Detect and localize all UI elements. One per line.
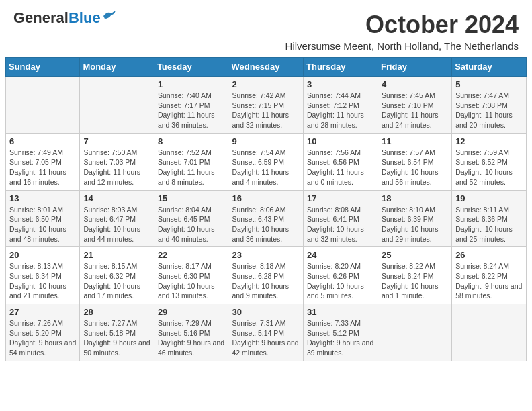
month-title: October 2024: [285, 11, 519, 39]
logo: GeneralBlue: [13, 11, 117, 26]
day-number: 4: [382, 79, 448, 89]
calendar-cell: [378, 304, 451, 361]
day-info: Sunrise: 8:06 AM Sunset: 6:43 PM Dayligh…: [232, 205, 300, 244]
day-info: Sunrise: 7:31 AM Sunset: 5:14 PM Dayligh…: [232, 318, 300, 358]
calendar-cell: 26Sunrise: 8:24 AM Sunset: 6:22 PM Dayli…: [452, 247, 527, 304]
calendar-cell: 31Sunrise: 7:33 AM Sunset: 5:12 PM Dayli…: [304, 304, 378, 361]
day-info: Sunrise: 8:18 AM Sunset: 6:28 PM Dayligh…: [232, 261, 300, 301]
day-number: 28: [83, 307, 150, 317]
day-info: Sunrise: 7:50 AM Sunset: 7:03 PM Dayligh…: [83, 148, 150, 187]
day-info: Sunrise: 8:15 AM Sunset: 6:32 PM Dayligh…: [83, 261, 150, 301]
calendar-cell: 16Sunrise: 8:06 AM Sunset: 6:43 PM Dayli…: [228, 190, 304, 247]
calendar-cell: 22Sunrise: 8:17 AM Sunset: 6:30 PM Dayli…: [154, 247, 228, 304]
day-number: 1: [158, 79, 225, 89]
calendar-cell: 18Sunrise: 8:10 AM Sunset: 6:39 PM Dayli…: [378, 190, 451, 247]
day-number: 31: [307, 307, 374, 317]
calendar-cell: 3Sunrise: 7:44 AM Sunset: 7:12 PM Daylig…: [304, 77, 378, 134]
day-info: Sunrise: 8:10 AM Sunset: 6:39 PM Dayligh…: [382, 205, 448, 244]
day-number: 23: [232, 250, 300, 260]
calendar-cell: 29Sunrise: 7:29 AM Sunset: 5:16 PM Dayli…: [154, 304, 228, 361]
day-info: Sunrise: 8:04 AM Sunset: 6:45 PM Dayligh…: [158, 205, 225, 244]
day-header-friday: Friday: [378, 58, 451, 77]
day-info: Sunrise: 8:08 AM Sunset: 6:41 PM Dayligh…: [307, 205, 374, 244]
week-row-4: 20Sunrise: 8:13 AM Sunset: 6:34 PM Dayli…: [6, 247, 527, 304]
day-info: Sunrise: 7:29 AM Sunset: 5:16 PM Dayligh…: [158, 318, 225, 358]
title-section: October 2024 Hilversumse Meent, North Ho…: [285, 11, 519, 52]
calendar-cell: 23Sunrise: 8:18 AM Sunset: 6:28 PM Dayli…: [228, 247, 304, 304]
day-number: 10: [307, 136, 374, 146]
header-row: SundayMondayTuesdayWednesdayThursdayFrid…: [6, 58, 527, 77]
day-number: 17: [307, 193, 374, 203]
day-number: 11: [382, 136, 448, 146]
day-number: 8: [158, 136, 225, 146]
day-number: 20: [9, 250, 76, 260]
day-info: Sunrise: 7:40 AM Sunset: 7:17 PM Dayligh…: [158, 91, 225, 130]
day-number: 2: [232, 79, 300, 89]
day-number: 27: [9, 307, 76, 317]
calendar-cell: 17Sunrise: 8:08 AM Sunset: 6:41 PM Dayli…: [304, 190, 378, 247]
calendar-cell: 25Sunrise: 8:22 AM Sunset: 6:24 PM Dayli…: [378, 247, 451, 304]
day-header-monday: Monday: [80, 58, 154, 77]
calendar-cell: 27Sunrise: 7:26 AM Sunset: 5:20 PM Dayli…: [6, 304, 80, 361]
day-info: Sunrise: 8:22 AM Sunset: 6:24 PM Dayligh…: [382, 261, 448, 301]
calendar-cell: 9Sunrise: 7:54 AM Sunset: 6:59 PM Daylig…: [228, 133, 304, 190]
calendar-body: 1Sunrise: 7:40 AM Sunset: 7:17 PM Daylig…: [6, 77, 527, 361]
day-number: 29: [158, 307, 225, 317]
calendar-cell: 24Sunrise: 8:20 AM Sunset: 6:26 PM Dayli…: [304, 247, 378, 304]
calendar-cell: 2Sunrise: 7:42 AM Sunset: 7:15 PM Daylig…: [228, 77, 304, 134]
calendar-cell: 19Sunrise: 8:11 AM Sunset: 6:36 PM Dayli…: [452, 190, 527, 247]
calendar-cell: 15Sunrise: 8:04 AM Sunset: 6:45 PM Dayli…: [154, 190, 228, 247]
week-row-3: 13Sunrise: 8:01 AM Sunset: 6:50 PM Dayli…: [6, 190, 527, 247]
day-number: 13: [9, 193, 76, 203]
day-info: Sunrise: 7:52 AM Sunset: 7:01 PM Dayligh…: [158, 148, 225, 187]
day-number: 5: [455, 79, 523, 89]
calendar-cell: 10Sunrise: 7:56 AM Sunset: 6:56 PM Dayli…: [304, 133, 378, 190]
day-header-thursday: Thursday: [304, 58, 378, 77]
calendar-cell: 7Sunrise: 7:50 AM Sunset: 7:03 PM Daylig…: [80, 133, 154, 190]
calendar-cell: 20Sunrise: 8:13 AM Sunset: 6:34 PM Dayli…: [6, 247, 80, 304]
calendar-cell: 11Sunrise: 7:57 AM Sunset: 6:54 PM Dayli…: [378, 133, 451, 190]
calendar-cell: [452, 304, 527, 361]
day-info: Sunrise: 7:26 AM Sunset: 5:20 PM Dayligh…: [9, 318, 76, 358]
day-number: 26: [455, 250, 523, 260]
week-row-5: 27Sunrise: 7:26 AM Sunset: 5:20 PM Dayli…: [6, 304, 527, 361]
day-info: Sunrise: 7:56 AM Sunset: 6:56 PM Dayligh…: [307, 148, 374, 187]
day-info: Sunrise: 7:57 AM Sunset: 6:54 PM Dayligh…: [382, 148, 448, 187]
day-number: 21: [83, 250, 150, 260]
day-info: Sunrise: 7:47 AM Sunset: 7:08 PM Dayligh…: [455, 91, 523, 130]
calendar-cell: 6Sunrise: 7:49 AM Sunset: 7:05 PM Daylig…: [6, 133, 80, 190]
day-header-sunday: Sunday: [6, 58, 80, 77]
day-info: Sunrise: 7:45 AM Sunset: 7:10 PM Dayligh…: [382, 91, 448, 130]
day-info: Sunrise: 8:20 AM Sunset: 6:26 PM Dayligh…: [307, 261, 374, 301]
day-info: Sunrise: 7:59 AM Sunset: 6:52 PM Dayligh…: [455, 148, 523, 187]
day-header-saturday: Saturday: [452, 58, 527, 77]
day-info: Sunrise: 7:49 AM Sunset: 7:05 PM Dayligh…: [9, 148, 76, 187]
day-number: 19: [455, 193, 523, 203]
logo-text: GeneralBlue: [13, 11, 101, 26]
location-title: Hilversumse Meent, North Holland, The Ne…: [285, 40, 519, 52]
day-info: Sunrise: 7:54 AM Sunset: 6:59 PM Dayligh…: [232, 148, 300, 187]
day-number: 6: [9, 136, 76, 146]
day-header-tuesday: Tuesday: [154, 58, 228, 77]
calendar-header: SundayMondayTuesdayWednesdayThursdayFrid…: [6, 58, 527, 77]
day-number: 7: [83, 136, 150, 146]
calendar-cell: 14Sunrise: 8:03 AM Sunset: 6:47 PM Dayli…: [80, 190, 154, 247]
logo-bird-icon: [102, 9, 117, 21]
day-number: 25: [382, 250, 448, 260]
calendar-cell: 8Sunrise: 7:52 AM Sunset: 7:01 PM Daylig…: [154, 133, 228, 190]
day-number: 15: [158, 193, 225, 203]
day-number: 30: [232, 307, 300, 317]
day-info: Sunrise: 8:13 AM Sunset: 6:34 PM Dayligh…: [9, 261, 76, 301]
day-header-wednesday: Wednesday: [228, 58, 304, 77]
calendar-cell: 12Sunrise: 7:59 AM Sunset: 6:52 PM Dayli…: [452, 133, 527, 190]
week-row-1: 1Sunrise: 7:40 AM Sunset: 7:17 PM Daylig…: [6, 77, 527, 134]
day-number: 16: [232, 193, 300, 203]
calendar-cell: [6, 77, 80, 134]
day-info: Sunrise: 8:17 AM Sunset: 6:30 PM Dayligh…: [158, 261, 225, 301]
day-number: 9: [232, 136, 300, 146]
day-number: 22: [158, 250, 225, 260]
calendar-table: SundayMondayTuesdayWednesdayThursdayFrid…: [5, 57, 527, 361]
day-info: Sunrise: 8:03 AM Sunset: 6:47 PM Dayligh…: [83, 205, 150, 244]
day-number: 12: [455, 136, 523, 146]
day-number: 14: [83, 193, 150, 203]
